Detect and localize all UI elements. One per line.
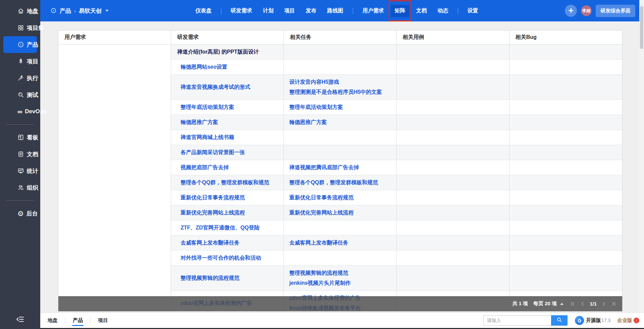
ui-mode-button[interactable]: 研发综合界面: [596, 5, 635, 17]
story-cell: 翰德恩网站seo设置: [171, 60, 284, 74]
story-link[interactable]: 翰德恩网站seo设置: [180, 62, 280, 72]
version-number: 17.3: [601, 318, 610, 323]
story-link[interactable]: 重新优化日常事务流程规范: [180, 193, 280, 203]
bottom-tab[interactable]: 项目: [91, 313, 115, 328]
task-link[interactable]: 整理年底活动策划方案: [289, 102, 393, 112]
nav-item[interactable]: 设置: [464, 5, 482, 17]
story-link[interactable]: 翰德恩推广方案: [180, 117, 280, 127]
prev-page-button[interactable]: [580, 301, 585, 307]
table-row: 整理各个QQ群，整理发群模板和规范整理各个QQ群，整理发群模板和规范: [171, 175, 622, 190]
story-link[interactable]: 禅道官网商城上线书籍: [180, 132, 280, 142]
next-page-button[interactable]: [601, 301, 606, 307]
story-cell: 翰德恩推广方案: [171, 115, 284, 130]
task-link[interactable]: 去威客网上发布翻译任务: [289, 238, 393, 248]
nav-item[interactable]: 文档: [412, 5, 431, 17]
table-row: 整理年底活动策划方案整理年底活动策划方案: [171, 100, 622, 115]
page-scrollbar[interactable]: [639, 0, 644, 312]
story-link[interactable]: 禅道发音视频换成考试的形式: [180, 82, 280, 92]
bottom-tab[interactable]: 产品: [65, 313, 90, 328]
search-button[interactable]: [551, 315, 568, 326]
last-page-button[interactable]: [611, 301, 616, 307]
nav-item[interactable]: 矩阵: [391, 5, 410, 17]
sidebar-item-org[interactable]: 组织: [3, 179, 37, 196]
zentao-logo-icon[interactable]: [575, 316, 584, 325]
sidebar-item-home[interactable]: 地盘: [3, 3, 37, 19]
task-link[interactable]: 整理测测是不是合格程序员H5中的文案: [289, 87, 393, 97]
story-link[interactable]: 重新优化完善网站上线流程: [180, 208, 280, 218]
nav-item[interactable]: 用户需求: [359, 5, 388, 17]
story-link[interactable]: 去威客网上发布翻译任务: [180, 238, 280, 248]
first-page-button[interactable]: [570, 301, 576, 307]
task-cell: 整理视频剪辑的流程规范jenkins视频片头片尾制作: [284, 266, 396, 290]
nav-item[interactable]: 计划: [259, 5, 278, 17]
chevron-down-icon[interactable]: [105, 10, 109, 12]
sidebar-item-devops[interactable]: ∞DevOps: [3, 103, 37, 120]
sidebar-item-admin[interactable]: ⚙后台: [3, 205, 37, 222]
nav-item[interactable]: 动态: [434, 5, 452, 17]
sidebar-item-label: 统计: [27, 167, 38, 175]
story-link[interactable]: 整理各个QQ群，整理发群模板和规范: [180, 178, 280, 188]
upgrade-link[interactable]: 企业版: [617, 317, 632, 324]
sidebar-item-label: 测试: [27, 91, 38, 99]
sidebar-item-program[interactable]: 项目集: [3, 19, 37, 36]
breadcrumb-section[interactable]: 产品: [60, 7, 71, 15]
task-cell: [284, 220, 396, 235]
nav-divider: [353, 8, 353, 14]
case-cell: [397, 145, 509, 160]
task-link[interactable]: 重新优化日常事务流程规范: [289, 193, 393, 203]
story-link[interactable]: 对外找寻一些可合作的机会和活动: [180, 253, 280, 263]
nav-item[interactable]: 路线图: [323, 5, 347, 17]
task-cell: 设计发音内容H5游戏整理测测是不是合格程序员H5中的文案: [284, 75, 396, 100]
avatar[interactable]: 李娟: [581, 5, 592, 16]
sidebar-collapse-button[interactable]: [0, 315, 40, 325]
header-actions: + 李娟 研发综合界面: [565, 5, 635, 17]
story-link[interactable]: 整理视频剪辑的流程规范: [180, 273, 280, 283]
upgrade-arrow-badge[interactable]: ↑: [634, 318, 639, 323]
sidebar-item-execution[interactable]: 执行: [3, 70, 37, 86]
task-link[interactable]: 禅道视频把腾讯底部广告去掉: [289, 162, 393, 173]
sidebar-item-label: 组织: [27, 184, 38, 192]
sidebar-item-label: 看板: [27, 134, 38, 141]
story-link[interactable]: 视频把底部广告去掉: [180, 162, 280, 173]
total-count: 共 1 项: [512, 301, 528, 307]
bug-cell: [509, 130, 622, 145]
bug-cell: [509, 145, 622, 160]
caret-up-icon[interactable]: [560, 303, 564, 305]
sidebar-item-project[interactable]: 项目: [3, 53, 37, 70]
task-link[interactable]: 重新优化完善网站上线流程: [289, 208, 393, 218]
project-icon: [17, 58, 24, 65]
task-link[interactable]: 整理视频剪辑的流程规范: [289, 268, 393, 278]
case-cell: [397, 60, 509, 74]
create-button[interactable]: +: [565, 5, 577, 17]
nav-item[interactable]: 发布: [302, 5, 321, 17]
sidebar-divider: [6, 124, 34, 125]
scrollbar-thumb[interactable]: [640, 6, 643, 49]
search-input[interactable]: [483, 315, 551, 326]
annotation-highlight-box: [389, 0, 412, 21]
bug-cell: [509, 60, 622, 74]
bottom-tab[interactable]: 地盘: [46, 313, 65, 328]
nav-item[interactable]: 研发需求: [227, 5, 256, 17]
sidebar-item-product[interactable]: 产品: [3, 36, 37, 53]
breadcrumb-product[interactable]: 易软天创: [79, 7, 102, 15]
sidebar-item-test[interactable]: 测试: [3, 86, 37, 103]
story-link[interactable]: 整理年底活动策划方案: [180, 102, 280, 112]
nav-divider: [221, 8, 221, 14]
task-link[interactable]: jenkins视频片头片尾制作: [289, 278, 393, 288]
per-page-selector[interactable]: 每页 20 项: [533, 301, 557, 307]
sidebar-item-label: 文档: [27, 150, 38, 158]
story-link[interactable]: 各产品新闻采访背景图一张: [180, 147, 280, 157]
task-cell: 禅道视频把腾讯底部广告去掉: [284, 160, 396, 175]
sidebar-item-stats[interactable]: 统计: [3, 162, 37, 179]
sidebar-item-kanban[interactable]: 看板: [3, 129, 37, 146]
task-link[interactable]: 翰德恩推广方案: [289, 117, 393, 127]
case-cell: [397, 175, 509, 190]
sidebar-item-doc[interactable]: 文档: [3, 146, 37, 162]
pagination-bar: 共 1 项 每页 20 项 1/1: [58, 296, 622, 311]
task-link[interactable]: 整理各个QQ群，整理发群模板和规范: [289, 178, 393, 188]
nav-item[interactable]: 仪表盘: [192, 5, 216, 17]
nav-item[interactable]: 项目: [280, 5, 299, 17]
story-link[interactable]: ZTF、ZD官网开通微信、QQ登陆: [180, 223, 280, 233]
task-link[interactable]: 设计发音内容H5游戏: [289, 77, 393, 87]
nav-divider: [458, 8, 458, 14]
